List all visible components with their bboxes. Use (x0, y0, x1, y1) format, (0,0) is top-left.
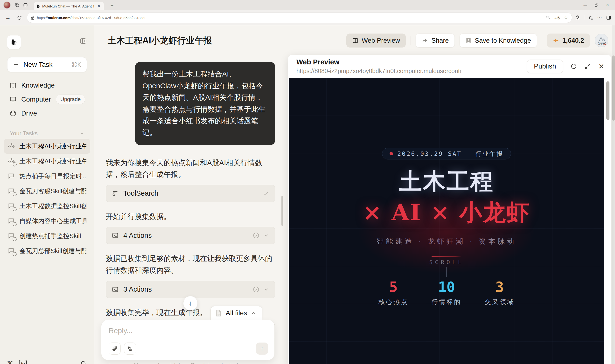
toolsearch-label: ToolSearch (123, 189, 158, 197)
check-icon (263, 190, 269, 196)
browser-toolbar-icons: ⋯ (575, 15, 611, 21)
task-item[interactable]: 土木工程数据监控Skill创建 (4, 198, 90, 213)
reply-input[interactable] (109, 327, 267, 335)
chat-bubble-loading-icon (8, 247, 15, 255)
task-item[interactable]: 创建热点捕手监控Skill (4, 228, 90, 243)
password-key-icon[interactable] (546, 15, 550, 20)
tab-actions-icon[interactable] (21, 1, 29, 9)
task-list: 土木工程AI小龙虾行业午报 土木工程AI小龙虾行业午报 热点捕手每日早报定时… (4, 139, 90, 258)
file-icon (215, 310, 222, 317)
loading-spinner-icon (13, 252, 17, 256)
robot-loading-icon (8, 157, 15, 165)
settings-ellipsis-icon[interactable]: ⋯ (597, 15, 602, 21)
browser-profile-avatar[interactable] (3, 1, 11, 9)
new-tab-button[interactable]: ＋ (107, 1, 117, 9)
task-item[interactable]: 自媒体内容中心生成工具 (4, 213, 90, 228)
preview-refresh-icon[interactable] (570, 63, 577, 70)
chat-bubble-loading-icon (8, 187, 15, 195)
stat-core-topics: 5 核心热点 (378, 279, 408, 306)
account-avatar[interactable]: 金瓦刀 (595, 34, 608, 47)
toolsearch-card[interactable]: ToolSearch (106, 185, 275, 202)
stat-tickers: 10 行情标的 (432, 279, 461, 306)
loading-spinner-icon (13, 192, 17, 196)
tab-close-icon[interactable]: ✕ (96, 4, 101, 8)
new-task-button[interactable]: New Task ⌘K (7, 57, 87, 72)
tab-favicon (36, 4, 40, 8)
chat-header: 土木工程AI小龙虾行业午报 Web Preview Share (94, 25, 615, 56)
actions-card-4[interactable]: 4 Actions (106, 227, 275, 244)
task-item[interactable]: 土木工程AI小龙虾行业午报 (4, 139, 90, 154)
tab-title: MuleRun Chat — The AI Agent Th (42, 4, 94, 8)
reply-composer: ↑ (101, 320, 275, 360)
sidebar-item-label: Knowledge (21, 81, 55, 89)
translate-icon[interactable]: aあ (554, 15, 560, 20)
check-circle-icon (253, 232, 259, 239)
sidebar-item-knowledge[interactable]: Knowledge (4, 78, 90, 92)
tool-search-icon (112, 190, 119, 197)
web-preview-viewport[interactable]: 2026.03.29 SAT — 行业午报 土木工程 × AI × 小龙虾 智能… (289, 78, 604, 364)
chevron-down-icon[interactable] (263, 233, 269, 238)
loading-spinner-icon (13, 222, 17, 226)
share-button[interactable]: Share (416, 34, 455, 48)
preview-close-icon[interactable]: ✕ (598, 62, 604, 71)
your-tasks-header[interactable]: Your Tasks (10, 130, 84, 137)
user-message-bubble: 帮我出一份土木工程结合AI、OpenClaw小龙虾的行业午报，包括今天的热点新闻… (135, 62, 275, 145)
extensions-puzzle-icon[interactable] (575, 15, 580, 20)
plus-icon (13, 62, 19, 68)
window-restore-button[interactable] (591, 0, 602, 10)
send-button[interactable]: ↑ (256, 342, 268, 355)
chevron-down-icon[interactable] (263, 286, 269, 292)
web-preview-panel: Web Preview https://8080-iz2pmp7xo4oy0bd… (288, 55, 611, 364)
mulerun-logo[interactable] (7, 36, 21, 49)
scroll-to-bottom-button[interactable]: ↓ (183, 296, 198, 311)
task-item[interactable]: 金瓦刀客服Skill创建与配置 (4, 183, 90, 198)
chat-bubble-loading-icon (8, 202, 15, 210)
actions-label: 3 Actions (123, 285, 152, 293)
refresh-icon[interactable] (15, 15, 23, 20)
collections-icon[interactable] (588, 15, 593, 20)
x-twitter-icon[interactable]: 𝕏 (7, 359, 13, 364)
attach-file-button[interactable] (109, 342, 121, 355)
task-item[interactable]: 金瓦刀总部Skill创建与配置 (4, 243, 90, 258)
task-item[interactable]: 热点捕手每日早报定时… (4, 169, 90, 183)
sidebar-item-drive[interactable]: Drive (4, 106, 90, 120)
favorite-star-icon[interactable]: ☆ (564, 15, 568, 20)
actions-card-3[interactable]: 3 Actions (106, 281, 275, 298)
browser-page-scrollbar-thumb[interactable] (612, 55, 615, 121)
address-input[interactable]: https://mulerun.com/chat/1637de8e-3f16-4… (27, 12, 572, 23)
save-to-knowledge-button[interactable]: Save to Knowledge (460, 34, 537, 48)
page-title: 土木工程AI小龙虾行业午报 (108, 35, 212, 47)
connectors-button[interactable] (124, 342, 136, 355)
browser-page-scrollbar[interactable] (612, 25, 615, 364)
stat-value: 3 (495, 279, 504, 295)
edge-sidebar-icon[interactable] (606, 15, 611, 20)
all-files-button[interactable]: All files (211, 306, 262, 320)
terminal-icon (112, 232, 119, 239)
monitor-icon (10, 96, 16, 103)
sidebar-item-computer[interactable]: Computer Upgrade (4, 92, 90, 106)
stat-value: 10 (438, 279, 455, 295)
back-icon[interactable]: ← (4, 14, 12, 21)
task-item[interactable]: 土木工程AI小龙虾行业午报 (4, 154, 90, 169)
plug-icon (127, 345, 133, 352)
paperclip-icon (111, 345, 118, 352)
notifications-bell-icon[interactable] (80, 360, 87, 364)
sidebar: New Task ⌘K Knowledge Computer Upgrade (0, 25, 94, 364)
sidebar-footer: 𝕏 in (7, 359, 87, 364)
publish-button[interactable]: Publish (527, 60, 563, 73)
window-close-button[interactable]: ✕ (602, 0, 613, 10)
linkedin-icon[interactable]: in (19, 360, 27, 364)
window-minimize-button[interactable]: — (580, 0, 591, 10)
stat-label: 核心热点 (378, 298, 408, 306)
credits-balance[interactable]: 1,640.2 (547, 34, 590, 48)
hero-stats: 5 核心热点 10 行情标的 3 交叉领域 (378, 279, 515, 306)
preview-expand-icon[interactable] (584, 63, 591, 70)
web-preview-button[interactable]: Web Preview (346, 34, 406, 48)
chat-scrollbar[interactable] (281, 196, 283, 226)
sidebar-collapse-icon[interactable] (80, 37, 87, 45)
workspaces-icon[interactable] (13, 1, 21, 9)
upgrade-badge[interactable]: Upgrade (56, 95, 85, 104)
preview-scrollbar[interactable] (606, 81, 609, 120)
browser-tab[interactable]: MuleRun Chat — The AI Agent Th ✕ (34, 2, 104, 10)
chevron-up-icon (251, 311, 256, 316)
